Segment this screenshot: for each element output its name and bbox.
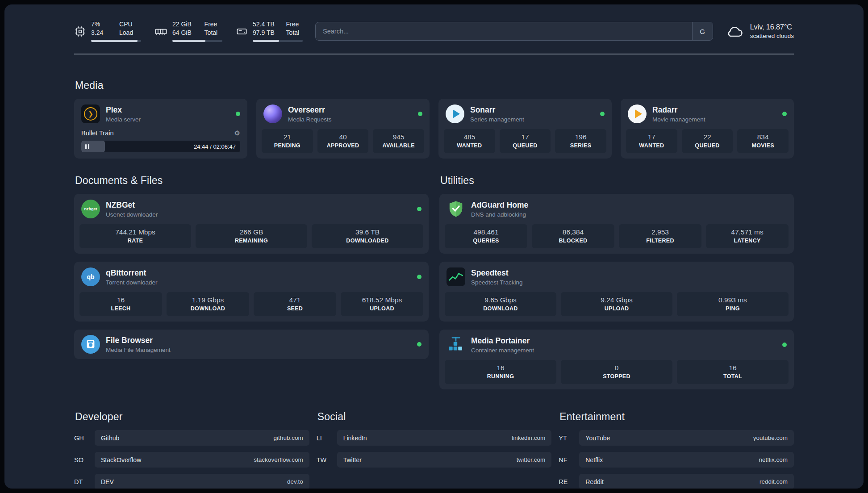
bookmark-github[interactable]: GH Github github.com	[74, 430, 309, 446]
app-name-portainer: Media Portainer	[471, 336, 534, 346]
gear-icon[interactable]: ⚙	[234, 129, 240, 137]
radarr-card[interactable]: Radarr Movie management 17 WANTED 22 QUE…	[621, 99, 794, 159]
stat-tile-rate: 744.21 Mbps RATE	[79, 224, 191, 248]
bookmark-dev[interactable]: DT DEV dev.to	[74, 474, 309, 489]
stat-tile-wanted: 17 WANTED	[626, 129, 677, 153]
disk-total-label: Total	[286, 29, 303, 36]
app-name-overseerr: Overseerr	[288, 105, 332, 115]
utilities-section-title: Utilities	[440, 175, 794, 187]
stat-tile-download: 1.19 Gbps DOWNLOAD	[167, 292, 249, 316]
section-developer: Developer GH Github github.com SO StackO…	[74, 411, 309, 489]
bookmark-name: Twitter	[343, 456, 362, 464]
weather-location: Lviv, 16.87°C	[750, 23, 794, 31]
bookmark-url: stackoverflow.com	[254, 456, 303, 463]
adguard-card[interactable]: AdGuard Home DNS and adblocking 498,461 …	[439, 194, 794, 254]
bookmark-url: youtube.com	[753, 435, 788, 441]
topbar-divider	[74, 54, 794, 54]
now-playing-title: Bullet Train	[81, 130, 114, 137]
bookmark-url: github.com	[274, 435, 303, 441]
search-input[interactable]	[316, 22, 692, 40]
dashboard-page: 7% CPU 3.24 Load 22 GiB Free 64 GiB Tota…	[4, 4, 864, 489]
disk-free-value: 52.4 TB	[253, 21, 278, 28]
app-name-speedtest: Speedtest	[471, 268, 523, 278]
bookmark-abbr: SO	[74, 456, 95, 464]
bookmark-abbr: LI	[317, 435, 337, 442]
app-desc-radarr: Movie management	[652, 116, 705, 123]
app-name-nzbget: NZBGet	[106, 201, 158, 210]
bookmark-abbr: TW	[317, 456, 337, 464]
nzbget-card[interactable]: nzbget NZBGet Usenet downloader 744.21 M…	[74, 194, 429, 254]
app-desc-sonarr: Series management	[470, 116, 524, 123]
qbittorrent-icon: qb	[81, 267, 100, 286]
bookmark-name: LinkedIn	[343, 435, 367, 442]
system-monitors: 7% CPU 3.24 Load 22 GiB Free 64 GiB Tota…	[74, 21, 303, 42]
sonarr-card[interactable]: Sonarr Series management 485 WANTED 17 Q…	[438, 99, 612, 159]
bookmark-linkedin[interactable]: LI LinkedIn linkedin.com	[317, 430, 552, 446]
bookmark-twitter[interactable]: TW Twitter twitter.com	[317, 452, 552, 468]
app-desc-qbittorrent: Torrent downloader	[106, 279, 158, 286]
ram-progress-bar	[172, 40, 222, 42]
plex-card[interactable]: ❯ Plex Media server Bullet Train ⚙	[74, 99, 247, 159]
status-dot	[236, 112, 240, 116]
search-area: G	[315, 22, 713, 41]
section-entertainment: Entertainment YT YouTube youtube.com NF …	[559, 411, 794, 489]
pause-icon[interactable]	[85, 144, 89, 149]
radarr-icon	[628, 104, 647, 123]
section-social: Social LI LinkedIn linkedin.com TW Twitt…	[317, 411, 552, 489]
ram-monitor: 22 GiB Free 64 GiB Total	[154, 21, 222, 42]
qbittorrent-card[interactable]: qb qBittorrent Torrent downloader 16 LEE…	[74, 262, 429, 322]
stat-tile-pending: 21 PENDING	[262, 129, 313, 153]
app-desc-plex: Media server	[106, 116, 141, 123]
section-documents: Documents & Files nzbget NZBGet Usenet d…	[74, 175, 429, 389]
bookmark-abbr: DT	[74, 478, 95, 485]
developer-section-title: Developer	[75, 411, 309, 423]
cpu-monitor: 7% CPU 3.24 Load	[74, 21, 141, 42]
cpu-load-label: Load	[119, 29, 141, 36]
app-name-qbittorrent: qBittorrent	[106, 268, 158, 278]
filebrowser-card[interactable]: File Browser Media File Management	[74, 330, 429, 359]
portainer-card[interactable]: Media Portainer Container management 16 …	[439, 330, 794, 389]
speedtest-card[interactable]: Speedtest Speedtest Tracking 9.65 Gbps D…	[439, 262, 794, 322]
status-dot	[600, 112, 605, 116]
stat-tile-series: 196 SERIES	[555, 129, 606, 153]
ram-icon	[154, 25, 167, 38]
cpu-label: CPU	[119, 21, 141, 28]
bookmark-url: netflix.com	[759, 456, 788, 463]
stat-tile-stopped: 0 STOPPED	[561, 360, 672, 384]
bookmark-netflix[interactable]: NF Netflix netflix.com	[559, 452, 794, 468]
bookmark-name: Netflix	[585, 456, 603, 464]
bookmark-abbr: GH	[74, 435, 95, 442]
stat-tile-ping: 0.993 ms PING	[677, 292, 789, 316]
bookmark-stackoverflow[interactable]: SO StackOverflow stackoverflow.com	[74, 452, 309, 468]
overseerr-icon	[263, 104, 282, 123]
bookmark-url: dev.to	[287, 478, 303, 485]
stat-tile-queries: 498,461 QUERIES	[445, 224, 527, 248]
status-dot	[417, 342, 421, 347]
stat-tile-upload: 9.24 Gbps UPLOAD	[561, 292, 672, 316]
overseerr-card[interactable]: Overseerr Media Requests 21 PENDING 40 A…	[256, 99, 430, 159]
stat-tile-available: 945 AVAILABLE	[373, 129, 424, 153]
bookmark-abbr: YT	[559, 435, 579, 442]
weather-widget: Lviv, 16.87°C scattered clouds	[726, 23, 794, 39]
bookmark-reddit[interactable]: RE Reddit reddit.com	[559, 474, 794, 489]
app-desc-speedtest: Speedtest Tracking	[471, 279, 523, 286]
stat-tile-blocked: 86,384 BLOCKED	[532, 224, 614, 248]
search-engine-button[interactable]: G	[692, 22, 713, 40]
media-section-title: Media	[75, 79, 794, 92]
bookmark-url: twitter.com	[517, 456, 546, 463]
app-name-adguard: AdGuard Home	[471, 201, 528, 210]
status-dot	[782, 343, 787, 347]
plex-icon: ❯	[81, 104, 100, 123]
ram-free-label: Free	[204, 21, 222, 28]
app-name-radarr: Radarr	[652, 105, 705, 115]
app-desc-filebrowser: Media File Management	[106, 347, 171, 353]
cpu-progress-bar	[91, 40, 141, 42]
stat-tile-total: 16 TOTAL	[677, 360, 789, 384]
bookmark-youtube[interactable]: YT YouTube youtube.com	[559, 430, 794, 446]
playback-progress-bar[interactable]: 24:44 / 02:06:47	[81, 141, 240, 152]
stat-tile-seed: 471 SEED	[254, 292, 336, 316]
portainer-icon	[447, 335, 465, 354]
disk-progress-bar	[253, 40, 303, 42]
status-dot	[418, 112, 422, 116]
app-name-plex: Plex	[106, 105, 141, 115]
